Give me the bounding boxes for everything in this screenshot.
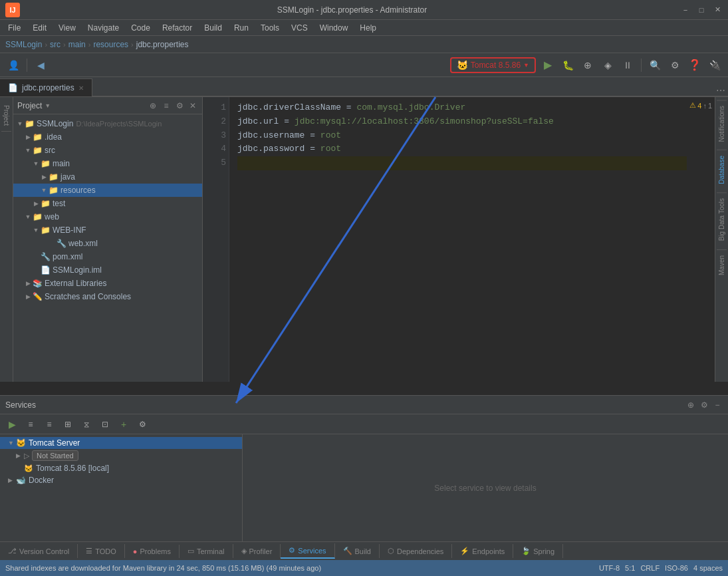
tree-item-idea[interactable]: ▶ 📁 .idea [13,130,202,144]
tomcat-local-icon: 🐱 [24,464,33,473]
tree-item-iml[interactable]: 📄 SSMLogin.iml [13,263,202,277]
menu-run[interactable]: Run [229,22,254,34]
menu-navigate[interactable]: Navigate [82,22,124,34]
services-minimize-button[interactable]: − [712,400,723,410]
menu-build[interactable]: Build [199,22,227,34]
search-everywhere-button[interactable]: 🔍 [647,57,663,73]
tab-terminal[interactable]: ▭ Terminal [180,544,233,558]
not-started-badge: Not Started [32,450,78,461]
services-header: Services ⊕ ⚙ − [0,396,728,414]
pause-button[interactable]: ⏸ [620,57,636,73]
menu-tools[interactable]: Tools [255,22,285,34]
services-list2-button[interactable]: ≡ [41,416,57,432]
breadcrumb-resources[interactable]: resources [93,40,128,49]
services-filter-button[interactable]: ⧖ [78,416,94,432]
services-expand-button[interactable]: ⊕ [685,400,696,410]
profile-button[interactable]: ◈ [600,57,616,73]
status-line-ending[interactable]: CRLF [640,564,660,572]
run-with-coverage-button[interactable]: ⊕ [580,57,596,73]
breadcrumb-src[interactable]: src [50,40,61,49]
service-item-tomcat-local[interactable]: 🐱 Tomcat 8.5.86 [local] [0,462,242,474]
tree-item-java[interactable]: ▶ 📁 java [13,170,202,184]
run-button[interactable]: ▶ [540,57,556,73]
tree-item-src[interactable]: ▼ 📁 src [13,144,202,157]
tree-item-scratches[interactable]: ▶ ✏️ Scratches and Consoles [13,290,202,303]
maximize-button[interactable]: □ [696,5,707,15]
service-placeholder-text: Select service to view details [434,484,536,493]
tab-endpoints[interactable]: ⚡ Endpoints [452,544,513,558]
collapse-all-button[interactable]: ≡ [161,100,172,111]
editor-content[interactable]: 1 2 3 4 5 jdbc.driverClassName = com.mys… [203,97,715,382]
services-run-button[interactable]: ▶ [4,416,20,432]
services-add-button[interactable]: + [116,416,132,432]
close-button[interactable]: ✕ [712,5,723,15]
tab-todo[interactable]: ☰ TODO [78,544,125,558]
endpoints-icon: ⚡ [460,547,469,555]
sidebar-dropdown-icon[interactable]: ▼ [45,102,51,109]
tomcat-run-config-button[interactable]: 🐱 Tomcat 8.5.86 ▼ [450,57,536,73]
project-panel-tab[interactable]: Project [1,100,11,132]
tree-item-webxml[interactable]: 🔧 web.xml [13,237,202,250]
tab-problems[interactable]: ● Problems [125,545,180,558]
tree-item-external-libs[interactable]: ▶ 📚 External Libraries [13,277,202,290]
menu-view[interactable]: View [53,22,81,34]
tree-item-ssmlogin[interactable]: ▼ 📁 SSMLogin D:\IdeaProjects\SSMLogin [13,117,202,130]
services-config-button[interactable]: ⚙ [134,416,150,432]
minimize-button[interactable]: − [680,5,691,15]
service-item-docker[interactable]: ▶ 🐋 Docker [0,474,242,486]
sidebar-settings-button[interactable]: ⚙ [174,100,185,111]
help-button[interactable]: ❓ [687,57,703,73]
tree-item-web[interactable]: ▼ 📁 web [13,210,202,223]
tab-spring[interactable]: 🍃 Spring [513,544,563,558]
sidebar-header-icons: ⊕ ≡ ⚙ ✕ [148,100,198,111]
tree-arrow-test: ▶ [32,200,40,207]
tab-close-button[interactable]: ✕ [78,84,84,92]
menu-help[interactable]: Help [354,22,382,34]
breadcrumb-ssmlogin[interactable]: SSMLogin [5,40,42,49]
tab-dependencies[interactable]: ⬡ Dependencies [380,544,452,558]
big-data-tools-tab[interactable]: Big Data Tools [717,192,727,246]
code-editor[interactable]: jdbc.driverClassName = com.mysql.jdbc.Dr… [229,97,695,382]
tab-jdbc-properties[interactable]: 📄 jdbc.properties ✕ [0,78,92,96]
tree-item-pomxml[interactable]: 🔧 pom.xml [13,250,202,263]
breadcrumb-sep4: › [131,41,134,49]
services-grid-button[interactable]: ⊞ [60,416,76,432]
menu-refactor[interactable]: Refactor [157,22,197,34]
services-layout-button[interactable]: ⊡ [97,416,113,432]
tree-item-resources[interactable]: ▼ 📁 resources [13,184,202,197]
services-settings-button[interactable]: ⚙ [699,400,709,410]
editor-options-button[interactable]: ⋯ [716,85,725,96]
plugin-button[interactable]: 🔌 [707,57,723,73]
menu-file[interactable]: File [3,22,26,34]
database-tab[interactable]: Database [717,150,727,190]
status-indent[interactable]: 4 spaces [693,564,723,572]
status-encoding[interactable]: UTF-8 [599,564,620,572]
status-line-col[interactable]: 5:1 [625,564,635,572]
service-item-tomcat-server[interactable]: ▼ 🐱 Tomcat Server [0,437,242,449]
notifications-tab[interactable]: Notifications [717,100,727,147]
tab-profiler[interactable]: ◈ Profiler [233,544,281,558]
maven-tab[interactable]: Maven [717,249,727,281]
services-list-button[interactable]: ≡ [23,416,39,432]
tab-build[interactable]: 🔨 Build [335,544,380,558]
menu-window[interactable]: Window [314,22,354,34]
settings-button[interactable]: ⚙ [667,57,683,73]
add-configuration-button[interactable]: 👤 [5,57,21,73]
tab-version-control[interactable]: ⎇ Version Control [0,544,78,558]
sidebar-close-button[interactable]: ✕ [187,100,198,111]
back-button[interactable]: ◀ [33,57,49,73]
debug-button[interactable]: 🐛 [560,57,576,73]
service-label-tomcat-server: Tomcat Server [29,438,80,448]
locate-file-button[interactable]: ⊕ [148,100,158,111]
menu-code[interactable]: Code [126,22,156,34]
tab-services[interactable]: ⚙ Services [281,543,334,559]
warning-count: 4 [697,102,701,110]
breadcrumb-main[interactable]: main [68,40,86,49]
menu-vcs[interactable]: VCS [286,22,313,34]
tree-item-webinf[interactable]: ▼ 📁 WEB-INF [13,223,202,237]
menu-edit[interactable]: Edit [27,22,52,34]
service-item-not-started[interactable]: ▶ ▷ Not Started [0,449,242,462]
tree-item-test[interactable]: ▶ 📁 test [13,197,202,210]
line-numbers: 1 2 3 4 5 [203,97,229,382]
tree-item-main[interactable]: ▼ 📁 main [13,157,202,170]
